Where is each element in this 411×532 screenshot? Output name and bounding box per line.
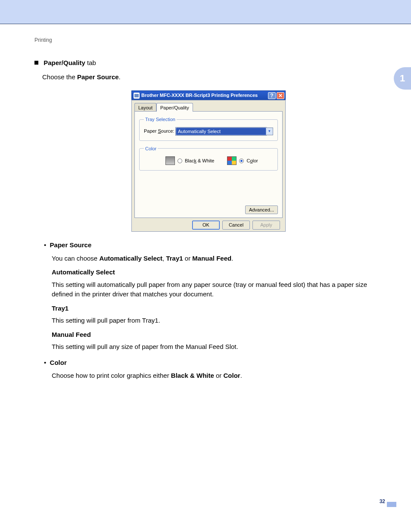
cl-bw: Black & White: [171, 372, 214, 379]
section-heading: Paper/Quality tab: [34, 58, 383, 68]
tray-legend: Tray Selection: [144, 116, 177, 123]
ps-pre: You can choose: [52, 255, 99, 262]
heading-bold: Paper/Quality: [44, 59, 85, 66]
side-chapter-tab: 1: [394, 67, 411, 90]
description-list: • Paper Source You can choose Automatica…: [44, 240, 383, 381]
color-option[interactable]: Color: [227, 156, 258, 165]
ok-button[interactable]: OK: [192, 221, 220, 230]
tray1-body: This setting will pull paper from Tray1.: [52, 316, 383, 326]
square-bullet-icon: [34, 61, 38, 65]
cl-pre: Choose how to print color graphics eithe…: [52, 372, 171, 379]
tab-paper-quality[interactable]: Paper/Quality: [156, 103, 193, 112]
tab-layout[interactable]: Layout: [134, 103, 156, 112]
paper-source-value[interactable]: Automatically Select: [176, 128, 266, 135]
tray1-head: Tray1: [52, 304, 383, 314]
color-legend: Color: [144, 145, 158, 152]
color-body: Choose how to print color graphics eithe…: [52, 371, 383, 381]
dialog-title: Brother MFC-XXXX BR-Script3 Printing Pre…: [141, 92, 267, 99]
manual-feed-body: This setting will pull any size of paper…: [52, 342, 383, 352]
header-section: Printing: [34, 37, 52, 43]
color-icon: [227, 156, 237, 165]
ps-post: .: [231, 255, 233, 262]
item-paper-source: • Paper Source You can choose Automatica…: [44, 240, 383, 352]
cl-or: or: [214, 372, 224, 379]
dialog-titlebar[interactable]: Brother MFC-XXXX BR-Script3 Printing Pre…: [131, 90, 286, 100]
cl-post: .: [240, 372, 242, 379]
dialog-footer: OK Cancel Apply: [134, 218, 283, 230]
ps-or: or: [183, 255, 193, 262]
intro-line: Choose the Paper Source.: [42, 72, 383, 82]
paper-source-label: Paper Source:: [144, 128, 176, 135]
dot-bullet-icon: •: [44, 241, 50, 249]
main-content: Paper/Quality tab Choose the Paper Sourc…: [34, 58, 383, 381]
ps-tray1: Tray1: [166, 255, 183, 262]
page-accent: [387, 502, 396, 507]
apply-button: Apply: [252, 221, 280, 230]
tray-selection-group: Tray Selection Paper Source: Automatical…: [139, 116, 278, 141]
paper-source-head: Paper Source: [50, 241, 92, 249]
page-number: 32: [380, 498, 385, 504]
top-bar: [0, 0, 411, 24]
help-button[interactable]: ?: [268, 92, 276, 99]
close-button[interactable]: ✕: [277, 92, 284, 99]
auto-select-head: Automatically Select: [52, 268, 383, 277]
paper-source-body: You can choose Automatically Select, Tra…: [52, 254, 383, 264]
intro-post: .: [119, 73, 121, 81]
tab-pane: Tray Selection Paper Source: Automatical…: [134, 111, 283, 218]
intro-bold: Paper Source: [77, 73, 119, 81]
item-color: • Color Choose how to print color graphi…: [44, 358, 383, 381]
bw-label: Black & White: [185, 157, 214, 165]
auto-select-body: This setting will automatically pull pap…: [52, 280, 383, 299]
color-group: Color Black & White Color: [139, 145, 278, 171]
advanced-button[interactable]: Advanced...: [245, 205, 278, 215]
tab-strip: Layout Paper/Quality: [134, 103, 283, 112]
intro-pre: Choose the: [42, 73, 77, 81]
dot-bullet-icon: •: [44, 359, 50, 366]
dialog-window: Brother MFC-XXXX BR-Script3 Printing Pre…: [131, 90, 286, 232]
dialog-body: Layout Paper/Quality Tray Selection Pape…: [131, 100, 286, 232]
bw-icon: [165, 156, 175, 165]
combo-dropdown-button[interactable]: ▾: [266, 128, 273, 135]
ps-manual: Manual Feed: [192, 255, 231, 262]
paper-source-combo[interactable]: Automatically Select ▾: [176, 128, 273, 135]
bw-option[interactable]: Black & White: [165, 156, 214, 165]
color-head: Color: [50, 359, 67, 366]
cancel-button[interactable]: Cancel: [222, 221, 250, 230]
cl-cl: Color: [224, 372, 240, 379]
bw-radio[interactable]: [177, 159, 182, 163]
printer-icon: [134, 93, 140, 99]
color-radio[interactable]: [239, 159, 244, 163]
color-label: Color: [246, 157, 258, 165]
heading-tail: tab: [85, 59, 96, 66]
ps-auto: Automatically Select: [99, 255, 162, 262]
manual-feed-head: Manual Feed: [52, 330, 383, 340]
